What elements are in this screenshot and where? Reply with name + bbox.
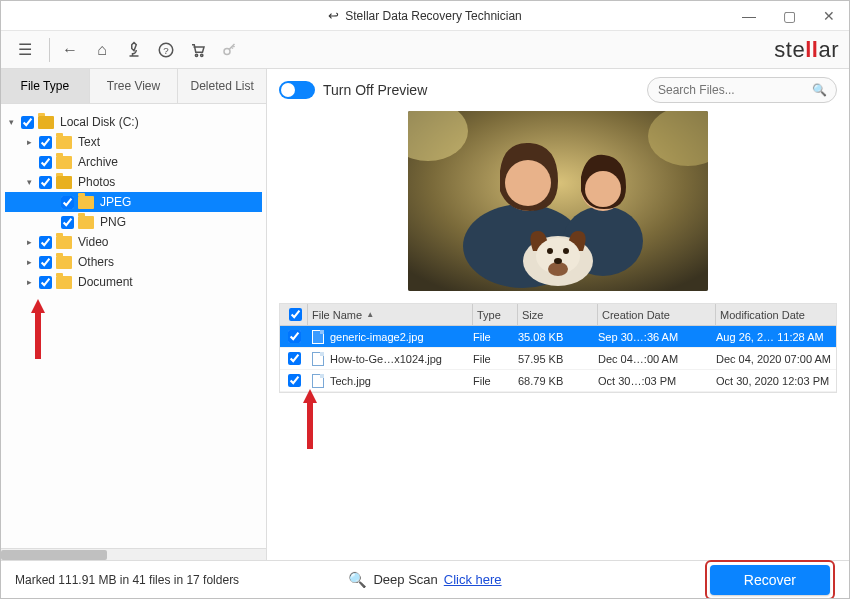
recover-highlight: Recover — [705, 560, 835, 600]
header-modification-date[interactable]: Modification Date — [716, 304, 836, 325]
tree-label: Photos — [78, 175, 115, 189]
tree-item-document[interactable]: ▸Document — [5, 272, 262, 292]
file-icon — [312, 352, 324, 366]
folder-icon — [56, 136, 72, 149]
tree-checkbox[interactable] — [39, 136, 52, 149]
file-row[interactable]: How-to-Ge…x1024.jpgFile57.95 KBDec 04…:0… — [280, 348, 836, 370]
left-panel: File Type Tree View Deleted List ▾Local … — [1, 69, 267, 560]
expand-icon[interactable]: ▸ — [23, 257, 35, 267]
file-table: File Name▲ Type Size Creation Date Modif… — [279, 303, 837, 393]
tree-checkbox[interactable] — [39, 276, 52, 289]
header-size[interactable]: Size — [518, 304, 598, 325]
folder-icon — [56, 156, 72, 169]
maximize-button[interactable]: ▢ — [769, 1, 809, 31]
tree-checkbox[interactable] — [61, 196, 74, 209]
header-creation-date[interactable]: Creation Date — [598, 304, 716, 325]
expand-icon[interactable]: ▸ — [23, 277, 35, 287]
tree-checkbox[interactable] — [39, 176, 52, 189]
brand-logo: stellar — [774, 37, 839, 63]
microscope-icon[interactable] — [120, 36, 148, 64]
magnifier-icon: 🔍 — [348, 571, 367, 589]
file-creation-date: Dec 04…:00 AM — [598, 353, 716, 365]
preview-image — [408, 111, 708, 291]
menu-icon[interactable]: ☰ — [11, 36, 39, 64]
home-icon[interactable]: ⌂ — [88, 36, 116, 64]
expand-icon[interactable]: ▸ — [23, 237, 35, 247]
tree-label: Archive — [78, 155, 118, 169]
folder-icon — [56, 276, 72, 289]
folder-icon — [56, 256, 72, 269]
folder-icon — [56, 236, 72, 249]
annotation-arrow — [303, 389, 317, 449]
file-checkbox[interactable] — [288, 374, 301, 387]
file-row[interactable]: Tech.jpgFile68.79 KBOct 30…:03 PMOct 30,… — [280, 370, 836, 392]
file-checkbox[interactable] — [288, 352, 301, 365]
file-size: 57.95 KB — [518, 353, 598, 365]
tab-tree-view[interactable]: Tree View — [90, 69, 179, 103]
header-type[interactable]: Type — [473, 304, 518, 325]
tree-checkbox[interactable] — [21, 116, 34, 129]
header-name[interactable]: File Name▲ — [308, 304, 473, 325]
preview-pane — [279, 111, 837, 291]
app-title: ↩Stellar Data Recovery Technician — [328, 8, 522, 23]
svg-point-2 — [195, 54, 197, 56]
folder-icon — [78, 196, 94, 209]
tab-file-type[interactable]: File Type — [1, 69, 90, 103]
expand-icon[interactable]: ▸ — [23, 137, 35, 147]
tree-label: Text — [78, 135, 100, 149]
file-name: generic-image2.jpg — [330, 331, 424, 343]
search-icon: 🔍 — [812, 83, 827, 97]
deep-scan-label: Deep Scan — [373, 572, 437, 587]
tree-item-jpeg[interactable]: JPEG — [5, 192, 262, 212]
tree-checkbox[interactable] — [61, 216, 74, 229]
folder-icon — [38, 116, 54, 129]
file-row[interactable]: generic-image2.jpgFile35.08 KBSep 30…:36… — [280, 326, 836, 348]
key-icon[interactable] — [216, 36, 244, 64]
tree-label: Local Disk (C:) — [60, 115, 139, 129]
tree-checkbox[interactable] — [39, 156, 52, 169]
tree-label: Document — [78, 275, 133, 289]
file-name: Tech.jpg — [330, 375, 371, 387]
file-creation-date: Sep 30…:36 AM — [598, 331, 716, 343]
back-button[interactable]: ← — [56, 36, 84, 64]
tree-item-photos[interactable]: ▾Photos — [5, 172, 262, 192]
cart-icon[interactable] — [184, 36, 212, 64]
search-field[interactable]: 🔍 — [647, 77, 837, 103]
tree-checkbox[interactable] — [39, 256, 52, 269]
help-icon[interactable]: ? — [152, 36, 180, 64]
file-type: File — [473, 353, 518, 365]
file-checkbox[interactable] — [288, 330, 301, 343]
preview-toggle[interactable] — [279, 81, 315, 99]
file-modification-date: Aug 26, 2… 11:28 AM — [716, 331, 836, 343]
tree-item-archive[interactable]: Archive — [5, 152, 262, 172]
expand-icon[interactable]: ▾ — [23, 177, 35, 187]
svg-text:?: ? — [163, 44, 169, 55]
footer: Marked 111.91 MB in 41 files in 17 folde… — [1, 560, 849, 598]
sort-asc-icon: ▲ — [366, 310, 374, 319]
tree-label: JPEG — [100, 195, 131, 209]
tree-item-png[interactable]: PNG — [5, 212, 262, 232]
file-icon — [312, 374, 324, 388]
tree-checkbox[interactable] — [39, 236, 52, 249]
svg-point-10 — [505, 160, 551, 206]
svg-point-16 — [548, 262, 568, 276]
minimize-button[interactable]: — — [729, 1, 769, 31]
recover-button[interactable]: Recover — [710, 565, 830, 595]
file-table-header: File Name▲ Type Size Creation Date Modif… — [280, 304, 836, 326]
tab-deleted-list[interactable]: Deleted List — [178, 69, 266, 103]
status-text: Marked 111.91 MB in 41 files in 17 folde… — [15, 573, 239, 587]
expand-icon[interactable]: ▾ — [5, 117, 17, 127]
file-modification-date: Dec 04, 2020 07:00 AM — [716, 353, 836, 365]
tree-item-text[interactable]: ▸Text — [5, 132, 262, 152]
tree-item-c[interactable]: ▾Local Disk (C:) — [5, 112, 262, 132]
tree-label: PNG — [100, 215, 126, 229]
search-input[interactable] — [658, 83, 808, 97]
file-name: How-to-Ge…x1024.jpg — [330, 353, 442, 365]
svg-point-19 — [554, 258, 562, 264]
deep-scan-link[interactable]: Click here — [444, 572, 502, 587]
close-button[interactable]: ✕ — [809, 1, 849, 31]
tree-item-video[interactable]: ▸Video — [5, 232, 262, 252]
select-all-checkbox[interactable] — [289, 308, 302, 321]
horizontal-scrollbar[interactable] — [1, 548, 266, 560]
tree-item-others[interactable]: ▸Others — [5, 252, 262, 272]
